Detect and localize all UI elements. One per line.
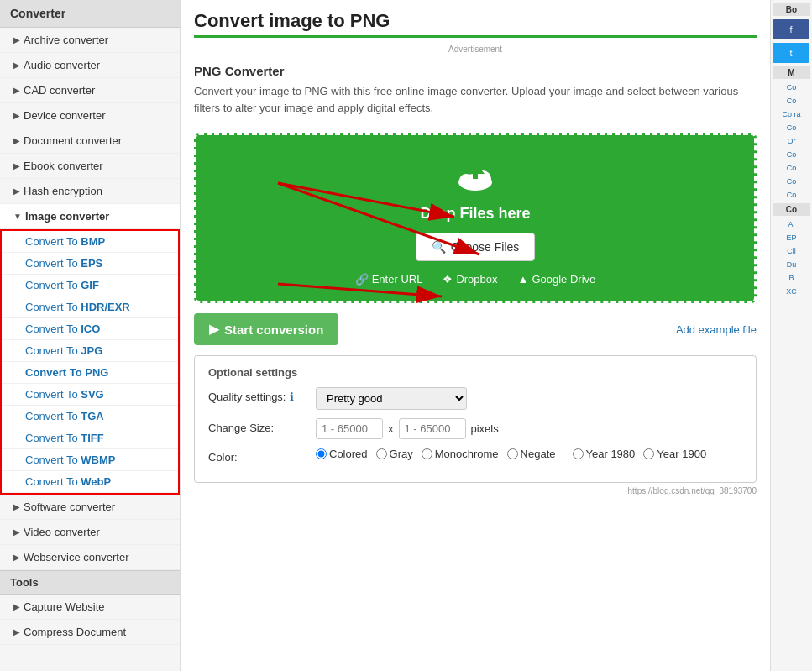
search-icon: 🔍: [432, 240, 446, 254]
radio-1980[interactable]: [573, 448, 584, 459]
arrow-icon: ▶: [13, 35, 20, 45]
size-inputs: x pixels: [316, 418, 499, 439]
quality-setting-row: Quality settings: ℹ Very low Low Pretty …: [208, 387, 742, 410]
sidebar-item-hash[interactable]: ▶ Hash encryption: [0, 179, 180, 204]
color-setting-row: Color: Colored Gray Monochrome Negate Ye…: [208, 448, 742, 464]
info-icon[interactable]: ℹ: [290, 391, 294, 403]
sidebar-item-compress[interactable]: ▶ Compress Document: [0, 620, 180, 645]
subitem-gif[interactable]: Convert To GIF: [2, 275, 178, 296]
sidebar-item-video[interactable]: ▶ Video converter: [0, 520, 180, 545]
sidebar-item-webservice[interactable]: ▶ Webservice converter: [0, 545, 180, 570]
dropzone[interactable]: Drop Files here 🔍 Choose Files 🔗 Enter U…: [194, 133, 757, 303]
right-header-1: Bo: [773, 3, 810, 16]
arrow-icon: ▶: [13, 136, 20, 145]
subitem-png[interactable]: Convert To PNG: [2, 362, 178, 384]
radio-1900[interactable]: [643, 448, 654, 459]
arrow-icon: ▶: [13, 527, 20, 537]
arrow-icon: ▶: [13, 186, 20, 196]
drive-icon: ▲: [518, 273, 529, 286]
sidebar-item-capture[interactable]: ▶ Capture Website: [0, 595, 180, 620]
color-gray[interactable]: Gray: [376, 448, 413, 460]
optional-settings: Optional settings Quality settings: ℹ Ve…: [194, 355, 757, 483]
add-example-link[interactable]: Add example file: [676, 323, 757, 336]
color-options: Colored Gray Monochrome Negate Year 1980…: [316, 448, 706, 460]
radio-monochrome[interactable]: [422, 448, 432, 459]
right-link-al[interactable]: Al: [773, 219, 810, 229]
subitem-ico[interactable]: Convert To ICO: [2, 318, 178, 340]
sidebar-item-document[interactable]: ▶ Document converter: [0, 128, 180, 154]
tools-header: Tools: [0, 570, 180, 595]
color-monochrome[interactable]: Monochrome: [422, 448, 499, 460]
choose-files-button[interactable]: 🔍 Choose Files: [416, 233, 536, 261]
color-1980[interactable]: Year 1980: [573, 448, 636, 460]
subitem-eps[interactable]: Convert To EPS: [2, 253, 178, 275]
right-link-ep[interactable]: EP: [773, 233, 810, 243]
pixels-label: pixels: [471, 422, 499, 435]
color-label: Color:: [208, 448, 309, 464]
dropbox-link[interactable]: ❖ Dropbox: [443, 273, 497, 286]
right-link-3[interactable]: Co ra: [773, 109, 810, 119]
sidebar-item-audio[interactable]: ▶ Audio converter: [0, 53, 180, 78]
right-link-4[interactable]: Co: [773, 123, 810, 133]
chevron-icon: ▶: [209, 322, 219, 337]
right-link-7[interactable]: Co: [773, 163, 810, 173]
svg-marker-8: [466, 162, 485, 174]
link-icon: 🔗: [355, 273, 369, 286]
subitem-tiff[interactable]: Convert To TIFF: [2, 427, 178, 449]
size-height-input[interactable]: [399, 418, 466, 439]
right-link-8[interactable]: Co: [773, 176, 810, 186]
dropzone-links: 🔗 Enter URL ❖ Dropbox ▲ Google Drive: [213, 273, 737, 286]
subitem-webp[interactable]: Convert To WebP: [2, 471, 178, 493]
right-link-du[interactable]: Du: [773, 259, 810, 270]
watermark: https://blog.csdn.net/qq_38193700: [194, 486, 757, 495]
drop-files-text: Drop Files here: [213, 205, 737, 223]
size-width-input[interactable]: [316, 418, 383, 439]
ad-label: Advertisement: [194, 45, 757, 54]
sidebar-item-device[interactable]: ▶ Device converter: [0, 103, 180, 128]
color-1900[interactable]: Year 1900: [643, 448, 706, 460]
subitem-tga[interactable]: Convert To TGA: [2, 406, 178, 427]
right-link-6[interactable]: Co: [773, 149, 810, 160]
google-drive-link[interactable]: ▲ Google Drive: [518, 273, 596, 286]
size-setting-row: Change Size: x pixels: [208, 418, 742, 439]
right-link-5[interactable]: Or: [773, 136, 810, 146]
right-link-2[interactable]: Co: [773, 96, 810, 106]
arrow-icon: ▶: [13, 161, 20, 170]
start-conversion-button[interactable]: ▶ Start conversion: [194, 313, 338, 345]
page-title: Convert image to PNG: [194, 10, 757, 32]
arrow-icon: ▶: [13, 602, 20, 611]
title-underline: [194, 35, 757, 38]
arrow-icon: ▶: [13, 60, 20, 70]
sidebar-item-ebook[interactable]: ▶ Ebook converter: [0, 154, 180, 179]
converter-desc-text: Convert your image to PNG with this free…: [194, 83, 757, 116]
right-link-9[interactable]: Co: [773, 190, 810, 200]
arrow-icon: ▶: [13, 627, 20, 637]
sidebar-item-image[interactable]: ▼ Image converter: [0, 204, 180, 229]
radio-colored[interactable]: [316, 448, 327, 459]
color-colored[interactable]: Colored: [316, 448, 368, 460]
subitem-hdr[interactable]: Convert To HDR/EXR: [2, 296, 178, 318]
right-link-xc[interactable]: XC: [773, 286, 810, 296]
subitem-wbmp[interactable]: Convert To WBMP: [2, 449, 178, 471]
sidebar-item-cad[interactable]: ▶ CAD converter: [0, 78, 180, 103]
right-link-b[interactable]: B: [773, 273, 810, 283]
sidebar-item-software[interactable]: ▶ Software converter: [0, 495, 180, 520]
content-row: PNG Converter Convert your image to PNG …: [194, 57, 757, 123]
quality-select[interactable]: Very low Low Pretty good High Very high: [316, 387, 467, 410]
color-negate[interactable]: Negate: [507, 448, 556, 460]
sidebar-item-archive[interactable]: ▶ Archive converter: [0, 28, 180, 53]
main-content: Convert image to PNG Advertisement PNG C…: [181, 0, 770, 671]
twitter-button[interactable]: t: [773, 43, 809, 63]
facebook-button[interactable]: f: [773, 19, 809, 39]
subitem-jpg[interactable]: Convert To JPG: [2, 340, 178, 362]
right-link-1[interactable]: Co: [773, 82, 810, 92]
subitem-svg[interactable]: Convert To SVG: [2, 384, 178, 406]
sidebar-header: Converter: [0, 0, 180, 28]
settings-title: Optional settings: [208, 366, 742, 379]
radio-gray[interactable]: [376, 448, 387, 459]
radio-negate[interactable]: [507, 448, 518, 459]
right-link-cli[interactable]: Cli: [773, 246, 810, 256]
svg-point-5: [459, 174, 473, 187]
subitem-bmp[interactable]: Convert To BMP: [2, 231, 178, 253]
enter-url-link[interactable]: 🔗 Enter URL: [355, 273, 423, 286]
